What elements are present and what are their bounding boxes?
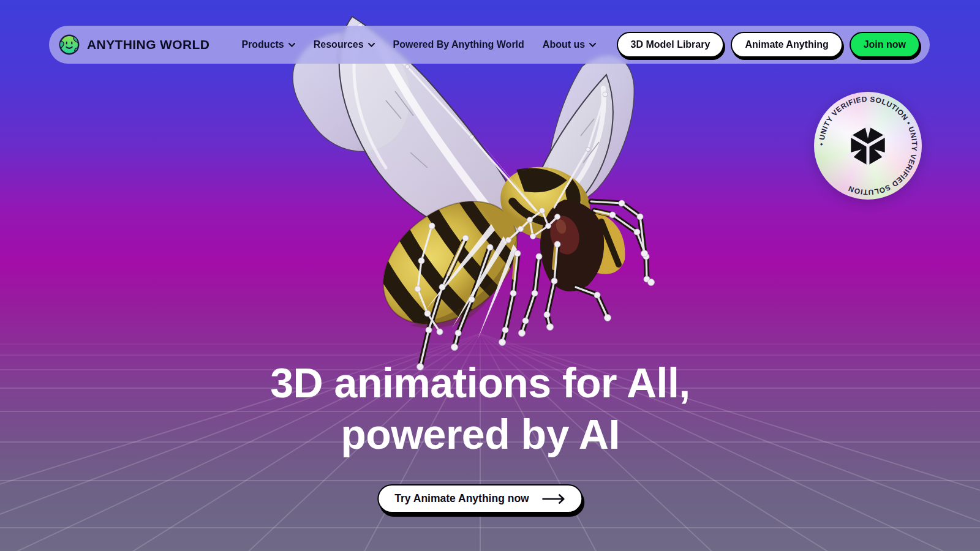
chevron-down-icon <box>288 43 295 47</box>
nav-item-resources[interactable]: Resources <box>314 39 375 50</box>
3d-model-library-button[interactable]: 3D Model Library <box>617 32 725 58</box>
nav-actions: 3D Model Library Animate Anything Join n… <box>617 32 920 58</box>
chevron-down-icon <box>589 43 596 47</box>
anything-world-homepage: • UNITY VERIFIED SOLUTION • UNITY VERIFI… <box>0 0 980 551</box>
bee-shoulder-stripe <box>601 222 619 264</box>
unity-logo-icon <box>847 124 889 165</box>
arrow-right-icon <box>543 494 566 504</box>
bee-skeleton-rig <box>358 23 655 370</box>
animate-anything-button[interactable]: Animate Anything <box>731 32 842 58</box>
bee-thorax <box>492 157 598 250</box>
unity-verified-badge: • UNITY VERIFIED SOLUTION • UNITY VERIFI… <box>814 92 922 200</box>
bee-3d-model <box>288 9 655 376</box>
nav-item-about-us[interactable]: About us <box>543 39 596 50</box>
chevron-down-icon <box>368 43 375 47</box>
hero-heading-line1: 3D animations for All, <box>0 357 960 408</box>
bee-legs <box>420 201 651 367</box>
brand-logo[interactable]: ANYTHING WORLD <box>58 33 209 56</box>
nav-item-products[interactable]: Products <box>241 39 295 50</box>
hero-heading: 3D animations for All, powered by AI <box>0 357 960 460</box>
bee-right-wing <box>533 55 634 216</box>
join-now-button[interactable]: Join now <box>850 32 920 58</box>
brand-name: ANYTHING WORLD <box>87 37 209 52</box>
top-navigation: ANYTHING WORLD Products Resources Powere… <box>49 26 930 64</box>
bee-leg-highlights <box>448 212 611 278</box>
nav-links: Products Resources Powered By Anything W… <box>241 39 596 50</box>
nav-item-powered-by[interactable]: Powered By Anything World <box>393 39 524 50</box>
cta-label: Try Animate Anything now <box>394 492 529 505</box>
bee-shoulder <box>583 211 625 274</box>
bee-abdomen <box>356 172 545 354</box>
try-animate-anything-button[interactable]: Try Animate Anything now <box>377 484 582 513</box>
globe-logo-icon <box>58 33 81 56</box>
perspective-grid <box>0 0 980 551</box>
bee-head <box>540 200 604 291</box>
hero-heading-line2: powered by AI <box>0 408 960 460</box>
